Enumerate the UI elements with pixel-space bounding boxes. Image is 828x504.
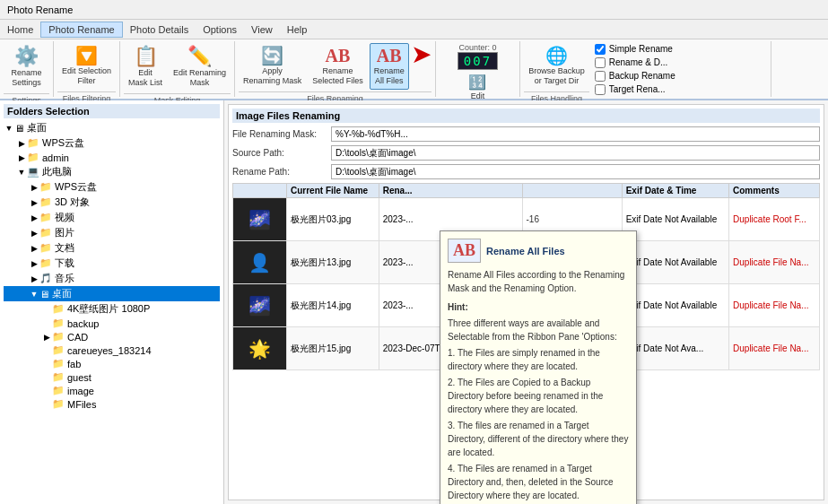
simple-rename-checkbox[interactable] (595, 44, 606, 55)
simple-rename-label: Simple Rename (609, 44, 673, 54)
edit-selection-filter-button[interactable]: 🔽 Edit Selection Filter (57, 43, 116, 90)
file-name-cell: 极光图片13.jpg (287, 241, 379, 284)
tree-item[interactable]: ▶📁视频 (4, 210, 220, 225)
menu-home[interactable]: Home (0, 22, 40, 37)
target-rena-row: Target Rena... (595, 84, 675, 95)
title-bar-text: Photo Rename (7, 4, 73, 15)
folder-panel: Folders Selection ▼🖥桌面▶📁WPS云盘▶📁admin▼💻此电… (0, 100, 224, 504)
comment-cell: Duplicate Root F... (729, 198, 820, 241)
rename-all-files-label: Rename All Files (374, 66, 405, 86)
col-filename: Current File Name (287, 184, 379, 198)
rename-selected-files-button[interactable]: AB Rename Selected Files (308, 43, 368, 90)
backup-rename-label: Backup Rename (609, 71, 675, 81)
exif-cell: Exif Date Not Ava... (622, 327, 728, 370)
tree-item[interactable]: ▶📁admin (4, 151, 220, 164)
edit-selection-filter-icon: 🔽 (75, 47, 98, 65)
folder-tree: ▼🖥桌面▶📁WPS云盘▶📁admin▼💻此电脑▶📁WPS云盘▶📁3D 对象▶📁视… (4, 120, 220, 411)
tree-item[interactable]: ▶📁3D 对象 (4, 195, 220, 210)
ribbon-group-counter: Counter: 0 007 🔢 Edit Counter Picture Co… (436, 41, 521, 97)
rename-all-files-button[interactable]: AB Rename All Files (370, 43, 409, 90)
tree-item[interactable]: ▼💻此电脑 (4, 164, 220, 179)
rename-field-row: Rename Path: (232, 164, 820, 179)
tree-item[interactable]: 📁backup (4, 317, 220, 330)
ribbon-group-files-renaming: 🔄 Apply Renaming Mask AB Rename Selected… (235, 41, 436, 97)
tree-item[interactable]: ▶📁下载 (4, 256, 220, 271)
tooltip-icon: AB (448, 239, 481, 263)
tree-item[interactable]: ▼🖥桌面 (4, 120, 220, 135)
tree-item[interactable]: 📁image (4, 384, 220, 397)
rename-settings-button[interactable]: ⚙️ Rename Settings (6, 43, 46, 91)
tree-item[interactable]: 📁guest (4, 370, 220, 384)
tree-item[interactable]: ▶📁文档 (4, 240, 220, 256)
rename-field-label: Rename Path: (232, 167, 331, 177)
source-field-label: Source Path: (232, 148, 331, 158)
rename-d-label: Rename & D... (609, 57, 668, 67)
menu-options[interactable]: Options (196, 22, 244, 37)
counter-display: 007 (458, 52, 498, 70)
tree-item[interactable]: 📁fab (4, 357, 220, 370)
ribbon-checkboxes-group: Simple Rename Rename & D... Backup Renam… (589, 43, 681, 95)
file-name-cell: 极光图片15.jpg (287, 327, 379, 370)
browse-backup-label: Browse Backup or Target Dir (528, 66, 585, 86)
folder-panel-title: Folders Selection (4, 104, 220, 118)
edit-renaming-mask-icon: ✏️ (187, 47, 212, 66)
ribbon-group-filtering: 🔽 Edit Selection Filter Files Filtering (54, 41, 120, 97)
counter-label: Counter: 0 (458, 43, 496, 52)
apply-renaming-mask-label: Apply Renaming Mask (243, 66, 301, 86)
menu-view[interactable]: View (244, 22, 280, 37)
rename-all-files-icon: AB (377, 47, 402, 65)
browse-backup-button[interactable]: 🌐 Browse Backup or Target Dir (524, 43, 589, 90)
apply-renaming-mask-icon: 🔄 (261, 47, 283, 65)
menu-photo-rename[interactable]: Photo Rename (40, 22, 122, 38)
target-rena-checkbox[interactable] (595, 84, 606, 95)
exif-cell: Exif Date Not Available (622, 284, 728, 327)
menu-photo-details[interactable]: Photo Details (123, 22, 196, 37)
edit-counter-icon: 🔢 (468, 75, 486, 90)
edit-mask-list-icon: 📋 (134, 47, 158, 66)
tree-item[interactable]: 📁4K壁纸图片 1080P (4, 301, 220, 317)
rename-settings-label: Rename Settings (11, 68, 41, 88)
edit-renaming-mask-label: Edit Renaming Mask (173, 68, 226, 88)
tree-item[interactable]: 📁MFiles (4, 397, 220, 411)
mask-field-input[interactable] (331, 126, 820, 142)
comment-cell: Duplicate File Na... (729, 241, 820, 284)
tree-item[interactable]: ▼🖥桌面 (4, 286, 220, 301)
tooltip-popup: AB Rename All Files Rename All Files acc… (440, 230, 637, 504)
tree-item[interactable]: ▶🎵音乐 (4, 271, 220, 286)
col-rename: Rena... (379, 184, 522, 198)
source-field-row: Source Path: (232, 145, 820, 161)
edit-selection-filter-label: Edit Selection Filter (62, 66, 111, 86)
rename-selected-files-icon: AB (326, 47, 351, 65)
exif-cell: Exif Date Not Available (622, 198, 728, 241)
apply-renaming-mask-button[interactable]: 🔄 Apply Renaming Mask (239, 43, 306, 90)
rename-d-checkbox[interactable] (595, 57, 606, 68)
tree-item[interactable]: ▶📁图片 (4, 225, 220, 240)
edit-mask-list-label: Edit Mask List (128, 68, 162, 88)
tooltip-title: Rename All Files (486, 246, 565, 256)
rename-field-input[interactable] (331, 164, 820, 179)
file-name-cell: 极光图片14.jpg (287, 284, 379, 327)
backup-rename-checkbox[interactable] (595, 71, 606, 82)
rename-settings-icon: ⚙️ (14, 47, 39, 66)
title-bar: Photo Rename (0, 0, 828, 20)
edit-renaming-mask-button[interactable]: ✏️ Edit Renaming Mask (169, 43, 231, 91)
comment-cell: Duplicate File Na... (729, 284, 820, 327)
tree-item[interactable]: ▶📁WPS云盘 (4, 179, 220, 195)
file-name-cell: 极光图片03.jpg (287, 198, 379, 241)
tree-item[interactable]: 📁careueyes_183214 (4, 343, 220, 357)
tree-item[interactable]: ▶📁WPS云盘 (4, 135, 220, 151)
tree-item[interactable]: ▶📁CAD (4, 330, 220, 343)
menu-bar: Home Photo Rename Photo Details Options … (0, 20, 828, 39)
ribbon-arrow-indicator: ➤ (411, 39, 431, 69)
ribbon-group-settings: ⚙️ Rename Settings Settings (0, 41, 54, 97)
edit-mask-list-button[interactable]: 📋 Edit Mask List (124, 43, 167, 91)
menu-help[interactable]: Help (280, 22, 315, 37)
tooltip-body: Rename All Files according to the Renami… (448, 268, 629, 502)
ribbon-group-mask-editing: 📋 Edit Mask List ✏️ Edit Renaming Mask M… (120, 41, 235, 97)
comment-cell: Duplicate File Na... (729, 327, 820, 370)
source-field-input[interactable] (331, 145, 820, 161)
rename-d-row: Rename & D... (595, 57, 675, 68)
col-exif: Exif Date & Time (622, 184, 728, 198)
mask-field-row: File Renaming Mask: (232, 126, 820, 142)
ribbon-group-files-handling: 🌐 Browse Backup or Target Dir Files Hand… (520, 41, 771, 97)
